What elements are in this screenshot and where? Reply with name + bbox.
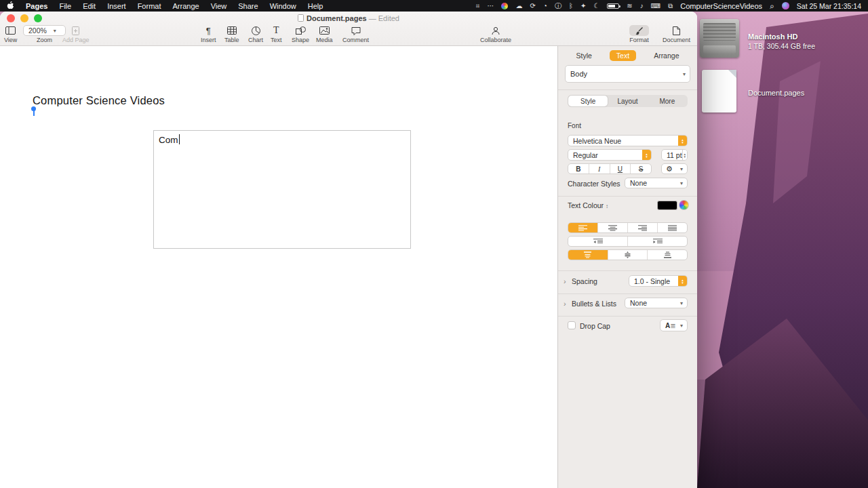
drop-cap-checkbox[interactable] [568, 321, 576, 329]
font-weight-stepper[interactable]: ▴▾ [642, 150, 651, 160]
info-status-icon[interactable]: ⓘ [555, 3, 561, 9]
text-box-content[interactable]: Com [154, 131, 410, 148]
spark-status-icon[interactable]: ✦ [580, 3, 586, 9]
windows-status-icon[interactable]: ⧉ [668, 3, 673, 9]
colour-wheel-button[interactable] [679, 200, 689, 210]
spacing-disclosure[interactable]: › [564, 277, 566, 285]
sync-status-icon[interactable]: ⟳ [530, 3, 535, 9]
italic-button[interactable]: I [589, 164, 610, 174]
macintosh-hd-icon[interactable] [700, 19, 739, 58]
siri-icon[interactable] [782, 2, 789, 9]
keyboard-icon[interactable]: ⌨ [651, 3, 660, 9]
table-button[interactable]: Table [224, 25, 239, 43]
menu-window[interactable]: Window [270, 2, 296, 10]
align-left-button[interactable] [568, 223, 598, 232]
bullets-disclosure[interactable]: › [564, 300, 566, 308]
spacing-stepper[interactable]: ▴▾ [678, 276, 687, 286]
horizontal-alignment-buttons [568, 222, 688, 233]
chart-button[interactable]: Chart [248, 25, 263, 43]
media-button[interactable]: Media [316, 25, 333, 43]
search-icon[interactable]: ⌕ [770, 2, 774, 10]
menu-edit[interactable]: Edit [83, 2, 96, 10]
battery-icon[interactable] [607, 3, 619, 9]
add-page-icon [72, 25, 79, 36]
font-family-stepper[interactable]: ▴▾ [678, 136, 687, 146]
pin-marker-icon[interactable] [31, 106, 36, 111]
file-label[interactable]: Document.pages [748, 89, 804, 97]
shape-button[interactable]: Shape [292, 25, 309, 43]
bold-button[interactable]: B [568, 164, 589, 174]
toolbar: View 200% ▾ Zoom Add Page ¶ Insert [0, 24, 697, 46]
document-heading[interactable]: Computer Science Videos [33, 94, 165, 107]
align-justify-button[interactable] [658, 223, 687, 232]
menu-help[interactable]: Help [308, 2, 323, 10]
document-button[interactable]: Document [663, 25, 690, 43]
shape-icon [296, 25, 306, 36]
tab-text[interactable]: Text [610, 50, 636, 61]
chevron-down-icon: ▾ [676, 166, 687, 172]
text-cursor [179, 134, 180, 144]
moon-status-icon[interactable]: ☾ [593, 3, 599, 9]
font-section-label: Font [568, 122, 581, 129]
apple-menu[interactable] [7, 1, 14, 11]
align-center-button[interactable] [598, 223, 628, 232]
underline-button[interactable]: U [610, 164, 631, 174]
drive-label[interactable]: Macintosh HD [748, 33, 797, 41]
subtab-more[interactable]: More [648, 96, 687, 106]
divider [558, 293, 697, 294]
increase-indent-button[interactable] [628, 237, 687, 246]
align-middle-button[interactable] [608, 250, 648, 260]
drop-cap-style-dropdown[interactable]: A≣ ▾ [660, 319, 688, 331]
add-page-button[interactable]: Add Page [62, 25, 90, 43]
menu-share[interactable]: Share [238, 2, 258, 10]
advanced-text-options-button[interactable]: ⚙ ▾ [661, 163, 688, 174]
menu-insert[interactable]: Insert [107, 2, 126, 10]
window-chrome: Document.pages — Edited View 200% ▾ Zoom [0, 12, 697, 46]
text-box[interactable]: Com [153, 130, 411, 249]
align-bottom-button[interactable] [648, 250, 687, 260]
menu-file[interactable]: File [59, 2, 71, 10]
divider [558, 89, 697, 90]
font-weight-dropdown[interactable]: Regular ▴▾ [568, 149, 652, 161]
menu-view[interactable]: View [211, 2, 227, 10]
wifi-icon[interactable]: ≋ [627, 3, 632, 9]
text-button[interactable]: T Text [271, 25, 282, 43]
font-size-field[interactable]: 11 pt ▴▾ [661, 149, 688, 161]
format-button[interactable]: Format [629, 25, 649, 43]
font-family-dropdown[interactable]: Helvetica Neue ▴▾ [568, 135, 688, 146]
menubar-clock[interactable]: Sat 25 Mar 21:35:14 [797, 2, 861, 10]
clock-status-icon[interactable]: ◔ [543, 3, 547, 9]
comment-button[interactable]: Comment [342, 25, 369, 43]
collaborate-icon [491, 25, 500, 36]
menu-arrange[interactable]: Arrange [172, 2, 199, 10]
text-colour-swatch[interactable] [657, 201, 677, 210]
more-status-icon[interactable]: ⋯ [487, 3, 494, 9]
decrease-indent-button[interactable] [568, 237, 628, 246]
zoom-control[interactable]: 200% ▾ Zoom [23, 25, 66, 43]
tab-arrange[interactable]: Arrange [647, 50, 686, 61]
vertical-alignment-buttons [568, 249, 688, 260]
volume-icon[interactable]: ♪ [640, 3, 644, 9]
document-canvas[interactable]: Computer Science Videos Com [0, 46, 557, 488]
document-pages-file-icon[interactable] [702, 70, 736, 113]
menu-format[interactable]: Format [138, 2, 161, 10]
font-size-stepper[interactable]: ▴▾ [682, 150, 687, 160]
menu-pages[interactable]: Pages [26, 2, 47, 10]
subtab-style[interactable]: Style [568, 96, 608, 106]
collaborate-button[interactable]: Collaborate [480, 25, 511, 43]
character-styles-dropdown[interactable]: None ▾ [625, 178, 688, 188]
align-right-button[interactable] [628, 223, 658, 232]
insert-button[interactable]: ¶ Insert [201, 25, 216, 43]
view-button[interactable]: View [4, 25, 17, 43]
spacing-dropdown[interactable]: 1.0 - Single ▴▾ [629, 275, 688, 287]
display-status-icon[interactable]: ⌗ [476, 3, 480, 9]
cloud-status-icon[interactable]: ☁ [515, 3, 522, 9]
paragraph-style-dropdown[interactable]: Body ▾ [565, 65, 690, 83]
align-top-button[interactable] [568, 250, 608, 260]
tab-style[interactable]: Style [570, 50, 599, 61]
bullets-lists-dropdown[interactable]: None ▾ [625, 298, 688, 308]
bluetooth-status-icon[interactable]: ᛒ [569, 3, 573, 9]
strikethrough-button[interactable]: S [631, 164, 651, 174]
color-status-icon[interactable] [501, 3, 508, 9]
subtab-layout[interactable]: Layout [608, 96, 647, 106]
